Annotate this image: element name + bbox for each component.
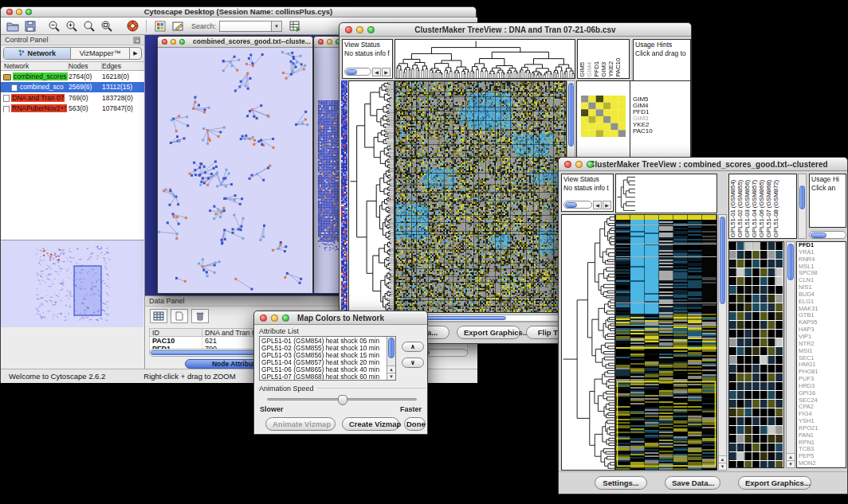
minimize-icon[interactable] <box>356 26 363 33</box>
column-label[interactable]: GIM5 <box>579 62 586 77</box>
search-dropdown-button[interactable]: ▼ <box>272 21 282 32</box>
help-lifering-icon[interactable] <box>124 18 141 34</box>
settings-button[interactable]: Settings... <box>595 476 647 490</box>
export-graphics-button[interactable]: Export Graphics... <box>738 476 811 490</box>
animation-speed-slider[interactable] <box>267 398 417 400</box>
usage-hints-scrollbar[interactable] <box>809 230 846 240</box>
minimize-icon[interactable] <box>575 161 583 168</box>
move-up-button[interactable]: ∧ <box>402 342 424 352</box>
minimize-icon[interactable] <box>16 9 22 15</box>
export-graphics-button[interactable]: Export Graphics... <box>457 326 520 339</box>
view-status-scrollbar[interactable]: ◀ ▶ <box>344 67 391 76</box>
move-down-button[interactable]: ∨ <box>402 357 424 368</box>
close-icon[interactable] <box>564 161 571 168</box>
gene-label[interactable]: MON2 <box>799 460 846 467</box>
attribute-listbox[interactable]: GPL51-01 (GSM854) heat shock 05 minGPL51… <box>259 336 396 381</box>
minimize-icon[interactable] <box>327 39 332 45</box>
zoom-icon[interactable] <box>26 9 32 15</box>
tab-network[interactable]: Network <box>4 48 71 59</box>
zoom-selected-button[interactable] <box>98 18 116 34</box>
close-icon[interactable] <box>260 315 267 322</box>
column-label[interactable]: YKE2 <box>608 61 614 77</box>
row-dendrogram[interactable] <box>349 81 394 312</box>
attribute-item[interactable]: GPL51-07 (GSM868) heat shock 60 min <box>261 373 384 380</box>
save-session-button[interactable] <box>22 18 39 34</box>
network-canvas-1[interactable] <box>158 48 312 293</box>
column-label[interactable]: PFD1 <box>594 61 600 77</box>
scroll-up-icon[interactable]: ▲ <box>387 365 395 373</box>
column-label[interactable]: GPL51-07 (GSM868) <box>766 180 772 237</box>
column-dendrogram[interactable] <box>395 40 575 78</box>
heatmap-vscrollbar[interactable]: ▲▼ <box>718 214 727 471</box>
scroll-down-icon[interactable]: ▼ <box>787 460 795 467</box>
column-label[interactable]: PAC10 <box>615 58 622 77</box>
column-label[interactable]: GPL51-01 (GSM854) <box>730 180 736 237</box>
new-attribute-icon[interactable] <box>171 309 188 323</box>
data-col-id[interactable]: ID <box>150 329 202 336</box>
zoom-icon[interactable] <box>282 315 289 322</box>
scroll-right-icon[interactable]: ▶ <box>603 201 611 209</box>
close-icon[interactable] <box>162 39 167 45</box>
annotation-icon[interactable] <box>169 18 186 34</box>
main-titlebar[interactable]: Cytoscape Desktop (Session Name: collins… <box>1 7 476 18</box>
close-icon[interactable] <box>318 39 324 45</box>
network-row[interactable]: combined_sco2569(6)13112(15) <box>1 82 144 93</box>
slider-thumb[interactable] <box>338 395 347 405</box>
import-table-icon[interactable] <box>286 18 304 34</box>
column-label[interactable]: GPL51-04 (GSM857) <box>752 180 758 237</box>
row-dendrogram[interactable] <box>562 215 614 470</box>
done-button[interactable]: Done <box>404 417 426 431</box>
zoom-icon[interactable] <box>587 161 594 168</box>
attribute-list-scrollbar[interactable]: ▲▼ <box>387 337 395 380</box>
zoom-out-button[interactable] <box>45 18 63 34</box>
search-input[interactable] <box>219 21 272 32</box>
attribute-table-icon[interactable] <box>150 309 167 323</box>
gene-list-scrollbar[interactable]: ▲▼ <box>786 241 795 468</box>
heatmap-canvas[interactable] <box>395 81 566 312</box>
tab-vizmapper[interactable]: VizMapper™ <box>71 48 130 59</box>
scroll-left-icon[interactable]: ◀ <box>593 201 602 209</box>
column-label[interactable]: GIM3 <box>601 62 607 77</box>
zoom-icon[interactable] <box>179 39 185 45</box>
network-row[interactable]: DNA and Tran 07769(0)183728(0) <box>1 92 144 104</box>
col-edges[interactable]: Edges <box>102 62 144 70</box>
save-data-button[interactable]: Save Data... <box>665 476 720 490</box>
col-network[interactable]: Network <box>1 62 69 70</box>
network-row[interactable]: combined_scores2764(0)16218(0) <box>1 71 144 82</box>
delete-attribute-trash-icon[interactable] <box>191 309 209 323</box>
scroll-right-icon[interactable]: ▶ <box>382 68 391 76</box>
scroll-down-icon[interactable]: ▼ <box>719 463 726 470</box>
animate-vizmap-button[interactable]: Animate Vizmap <box>265 417 336 431</box>
column-labels-scrollbar[interactable] <box>798 174 807 239</box>
column-label[interactable]: GIM4 <box>587 62 593 77</box>
open-session-button[interactable] <box>4 18 22 34</box>
minimize-icon[interactable] <box>271 315 278 322</box>
scroll-up-icon[interactable]: ▲ <box>719 455 726 463</box>
minimize-icon[interactable] <box>171 39 176 45</box>
column-label[interactable]: GPL51-06 (GSM865) <box>759 180 765 237</box>
zoom-icon[interactable] <box>367 26 375 33</box>
float-panel-icon[interactable] <box>133 33 140 47</box>
birdseye-view[interactable] <box>1 240 143 327</box>
close-icon[interactable] <box>345 26 352 33</box>
vizmap-grid-icon[interactable] <box>151 18 169 34</box>
col-nodes[interactable]: Nodes <box>69 62 102 70</box>
create-vizmap-button[interactable]: Create Vizmap <box>342 417 399 431</box>
scroll-down-icon[interactable]: ▼ <box>387 373 395 380</box>
tab-overflow-arrow[interactable]: ▶ <box>130 48 141 59</box>
view-status-scrollbar[interactable]: ◀ ▶ <box>563 200 611 209</box>
scroll-left-icon[interactable]: ◀ <box>372 68 381 76</box>
window-controls[interactable] <box>6 9 32 15</box>
close-icon[interactable] <box>6 9 13 15</box>
column-label[interactable]: GPL51-02 (GSM855) <box>737 180 744 237</box>
zoom-fit-button[interactable] <box>80 18 98 34</box>
network-row[interactable]: RNAPuberNov2+!563(0)107847(0) <box>1 104 144 115</box>
heatmap-canvas[interactable] <box>616 215 716 470</box>
column-dendrogram[interactable] <box>616 174 716 213</box>
column-label[interactable]: GPL51-08 (GSM872) <box>773 180 779 237</box>
gene-label[interactable]: PAC10 <box>633 128 653 135</box>
column-label[interactable]: GPL51-03 (GSM856) <box>744 180 751 237</box>
scroll-up-icon[interactable]: ▲ <box>787 453 795 460</box>
zoom-heatmap-canvas[interactable] <box>729 242 783 467</box>
zoom-in-button[interactable] <box>63 18 80 34</box>
